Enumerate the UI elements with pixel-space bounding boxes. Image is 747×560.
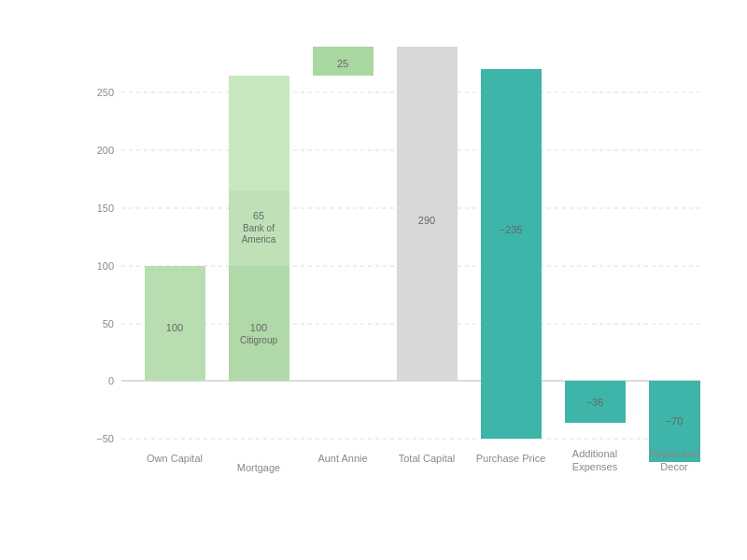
ylabel-0: 0 [108,375,114,386]
bar-label-mortgage-citigroup-val: 100 [250,322,267,333]
ylabel-150: 150 [97,203,114,214]
xlabel-repair-decor-1: Repair and [649,448,699,459]
xlabel-mortgage: Mortgage [237,462,280,473]
bar-label-additional-expenses: −36 [586,397,604,408]
bar-label-own-capital: 100 [166,322,183,333]
xlabel-repair-decor-2: Decor [660,461,688,472]
bar-purchase-price-negative [481,381,542,439]
ylabel-250: 250 [97,87,114,98]
xlabel-additional-expenses-2: Expenses [572,461,618,472]
bar-label-mortgage-boa-val: 65 [253,210,264,221]
ylabel-50: 50 [103,318,114,329]
chart-area: .axis-label { font-size: 11px; fill: #88… [65,28,719,485]
bar-label-mortgage-boa-name: Bank of [243,223,275,233]
bar-total-capital [397,47,458,381]
chart-container: .axis-label { font-size: 11px; fill: #88… [0,0,747,560]
bar-mortgage-top [229,76,289,190]
ylabel-minus50: −50 [96,433,114,444]
xlabel-additional-expenses-1: Additional [572,448,617,459]
bar-label-aunt-annie: 25 [337,58,348,69]
ylabel-200: 200 [97,145,114,156]
bar-chart: .axis-label { font-size: 11px; fill: #88… [65,28,719,485]
bar-label-purchase-price: −235 [500,224,523,235]
xlabel-own-capital: Own Capital [147,453,203,464]
bar-label-total-capital: 290 [418,215,435,226]
bar-label-mortgage-citigroup-name: Citigroup [240,335,277,345]
ylabel-100: 100 [97,260,114,272]
bar-label-mortgage-boa-name2: America [242,234,276,245]
xlabel-purchase-price: Purchase Price [476,453,546,464]
xlabel-total-capital: Total Capital [399,453,456,464]
xlabel-aunt-annie: Aunt Annie [317,453,367,464]
bar-label-repair-decor: −70 [666,415,684,427]
